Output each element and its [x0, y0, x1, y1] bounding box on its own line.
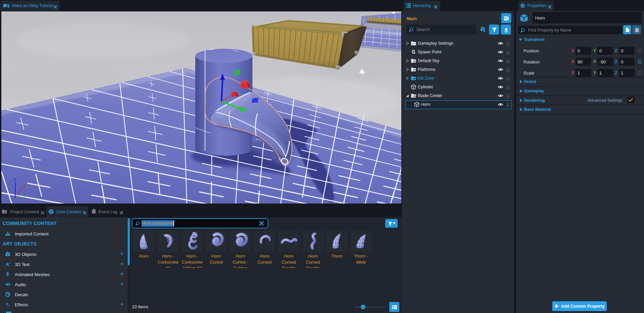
svg-text:Y: Y [23, 194, 26, 199]
svg-text:Z: Z [13, 177, 16, 182]
svg-text:X: X [23, 183, 26, 188]
